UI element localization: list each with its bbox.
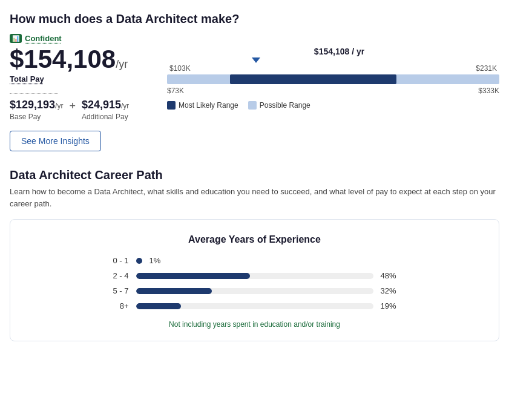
exp-row: 0 - 11% [110,256,400,265]
exp-range-label: 5 - 7 [110,286,129,295]
card-title: Average Years of Experience [28,234,481,245]
career-section-subtitle: Learn how to become a Data Architect, wh… [10,186,499,209]
exp-pct-label: 48% [381,271,400,280]
exp-range-label: 2 - 4 [110,271,129,280]
career-section-title: Data Architect Career Path [10,168,499,182]
range-high-label: $231K [476,64,497,73]
legend-likely-box [167,101,176,110]
exp-range-label: 0 - 1 [110,256,129,265]
main-salary-per-yr: /yr [116,58,128,70]
additional-pay: $24,915/yr Additional Pay [82,99,129,121]
range-arrow [252,57,260,63]
exp-range-label: 8+ [110,301,129,310]
confident-label: Confident [25,34,62,43]
exp-row: 8+19% [110,301,400,310]
see-more-insights-button[interactable]: See More Insights [10,131,101,151]
exp-bar-container [136,273,373,279]
range-low-label: $103K [169,64,191,73]
exp-pct-label: 19% [381,301,400,310]
salary-range-chart: $154,108 / yr $103K $231K $73K $333K Mos… [167,47,499,110]
range-bar-likely [230,74,396,84]
range-bar [167,74,499,84]
salary-section: $154,108/yr Total Pay $129,193/yr Base P… [10,47,499,121]
exp-bar-container [136,303,373,309]
exp-row: 2 - 448% [110,271,400,280]
base-pay-amount: $129,193 [10,99,55,111]
exp-row: 5 - 732% [110,286,400,295]
range-tooltip-label: $154,108 / yr [179,47,499,56]
additional-pay-per-yr: /yr [121,102,129,110]
exp-pct-label: 1% [149,256,169,265]
range-max-label: $333K [478,87,499,95]
base-pay-label: Base Pay [10,113,63,121]
page-title: How much does a Data Architect make? [10,12,499,26]
range-labels-bottom: $73K $333K [167,87,499,95]
plus-sign: + [69,99,76,113]
legend-possible-box [248,101,257,110]
legend-possible-label: Possible Range [260,101,310,110]
exp-dot [136,258,142,264]
range-legend: Most Likely Range Possible Range [167,101,499,110]
career-card: Average Years of Experience 0 - 11%2 - 4… [10,219,499,341]
pay-breakdown: $129,193/yr Base Pay + $24,915/yr Additi… [10,99,131,121]
total-pay-label: Total Pay [10,74,44,84]
base-pay: $129,193/yr Base Pay [10,99,63,121]
exp-bar [136,273,250,279]
confident-badge: 📊 Confident [10,34,62,43]
range-labels-top: $103K $231K [167,64,499,73]
salary-left: $154,108/yr Total Pay $129,193/yr Base P… [10,47,131,121]
exp-note: Not including years spent in education a… [28,320,481,329]
exp-pct-label: 32% [381,286,400,295]
exp-bar [136,303,181,309]
experience-rows: 0 - 11%2 - 448%5 - 732%8+19% [110,256,400,310]
base-pay-per-yr: /yr [55,102,63,110]
legend-likely: Most Likely Range [167,101,238,110]
exp-bar-container [136,288,373,294]
confident-icon: 📊 [10,34,22,43]
main-salary: $154,108 [10,45,116,73]
range-min-label: $73K [167,87,184,95]
legend-possible: Possible Range [248,101,310,110]
additional-pay-amount: $24,915 [82,99,121,111]
divider [10,93,58,94]
legend-likely-label: Most Likely Range [179,101,238,110]
main-salary-display: $154,108/yr [10,47,131,72]
additional-pay-label: Additional Pay [82,113,129,121]
exp-bar [136,288,212,294]
